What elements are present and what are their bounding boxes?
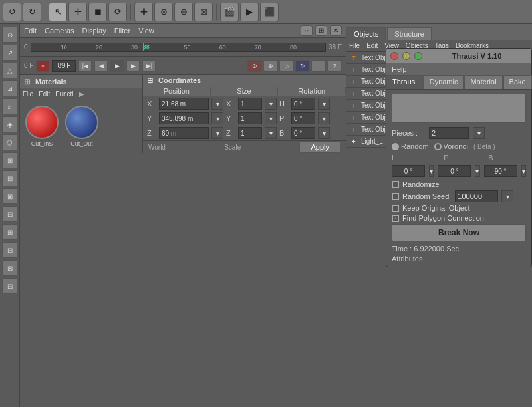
radio-voronoi[interactable]: Voronoi bbox=[434, 142, 468, 150]
circle-plus-button[interactable]: ⊕ bbox=[174, 3, 193, 21]
voronoi-radio-btn[interactable] bbox=[434, 143, 442, 150]
rot-p-field[interactable] bbox=[291, 112, 315, 124]
select-button[interactable]: ↖ bbox=[49, 3, 67, 21]
radio-random[interactable]: Random bbox=[392, 142, 429, 150]
mat-menu-edit[interactable]: Edit bbox=[39, 90, 50, 98]
window-minimize-button[interactable] bbox=[402, 52, 410, 60]
pieces-stepper[interactable]: ▾ bbox=[473, 127, 485, 139]
thrausi-titlebar[interactable]: Thrausi V 1.10 bbox=[386, 49, 531, 63]
viewport-arrows-icon[interactable]: ↔ bbox=[301, 25, 313, 36]
window-maximize-button[interactable] bbox=[414, 52, 422, 60]
th-tab-dynamic[interactable]: Dynamic bbox=[424, 75, 464, 89]
left-icon-15[interactable]: ⊡ bbox=[2, 278, 18, 294]
mat-menu-functi[interactable]: Functi bbox=[55, 90, 73, 98]
record-button[interactable]: ● bbox=[36, 60, 49, 72]
random-seed-stepper[interactable]: ▾ bbox=[501, 190, 513, 202]
rotate-button[interactable]: ⟳ bbox=[108, 3, 127, 21]
left-icon-14[interactable]: ⊠ bbox=[2, 260, 18, 276]
mat-red-swatch[interactable] bbox=[25, 106, 59, 139]
viewport-menu-edit[interactable]: Edit bbox=[24, 27, 37, 35]
scale-button[interactable]: ◼ bbox=[88, 3, 107, 21]
play-button-pb[interactable]: ▶ bbox=[110, 60, 124, 72]
left-icon-10[interactable]: ⊠ bbox=[2, 188, 18, 204]
pieces-field[interactable] bbox=[429, 127, 469, 139]
th-tab-material[interactable]: Material bbox=[464, 75, 502, 89]
left-icon-12[interactable]: ⊞ bbox=[2, 224, 18, 240]
viewport-menu-display[interactable]: Display bbox=[82, 27, 106, 35]
rot-h-stepper[interactable]: ▾ bbox=[318, 98, 330, 110]
mat-menu-file[interactable]: File bbox=[23, 90, 33, 98]
viewport-menu-cameras[interactable]: Cameras bbox=[45, 27, 74, 35]
b-value-field[interactable] bbox=[484, 165, 517, 177]
current-frame-input[interactable] bbox=[52, 60, 76, 72]
tab-objects[interactable]: Objects bbox=[346, 27, 386, 40]
th-tab-bake[interactable]: Bake bbox=[503, 75, 532, 89]
viewport-close-icon[interactable]: ✕ bbox=[330, 25, 342, 36]
left-icon-2[interactable]: ↗ bbox=[2, 45, 18, 61]
pos-z-stepper[interactable]: ▾ bbox=[211, 127, 223, 139]
left-icon-9[interactable]: ⊟ bbox=[2, 170, 18, 186]
b-stepper[interactable]: ▾ bbox=[521, 165, 526, 177]
p-stepper[interactable]: ▾ bbox=[475, 165, 479, 177]
h-stepper[interactable]: ▾ bbox=[429, 165, 434, 177]
size-x-field[interactable] bbox=[238, 98, 262, 110]
add-button[interactable]: ✚ bbox=[134, 3, 153, 21]
th-tab-thrausi[interactable]: Thrausi bbox=[386, 75, 423, 89]
left-icon-4[interactable]: ⊿ bbox=[2, 80, 18, 96]
anim-opts-icon[interactable]: ⋮ bbox=[311, 60, 326, 72]
rot-p-stepper[interactable]: ▾ bbox=[318, 112, 330, 124]
left-icon-1[interactable]: ⊙ bbox=[2, 27, 18, 43]
rot-h-field[interactable] bbox=[291, 98, 315, 110]
obj-menu-edit[interactable]: Edit bbox=[366, 42, 378, 49]
left-icon-5[interactable]: ⌂ bbox=[2, 98, 18, 114]
mat-menu-arrow[interactable]: ▶ bbox=[79, 90, 84, 98]
render-button[interactable]: 🎬 bbox=[220, 3, 239, 21]
left-icon-13[interactable]: ⊟ bbox=[2, 242, 18, 258]
rot-b-stepper[interactable]: ▾ bbox=[318, 127, 330, 139]
window-close-button[interactable] bbox=[390, 52, 398, 60]
left-icon-3[interactable]: △ bbox=[2, 63, 18, 78]
left-icon-11[interactable]: ⊡ bbox=[2, 206, 18, 222]
prev-frame-button[interactable]: ◀ bbox=[94, 60, 108, 72]
undo-button[interactable]: ↺ bbox=[3, 3, 21, 21]
jump-end-button[interactable]: ▶| bbox=[142, 60, 156, 72]
viewport-menu-filter[interactable]: Filter bbox=[114, 27, 130, 35]
size-x-stepper[interactable]: ▾ bbox=[265, 98, 277, 110]
anim-loop-icon[interactable]: ↻ bbox=[295, 60, 310, 72]
keep-original-checkbox[interactable] bbox=[392, 205, 399, 212]
find-polygon-checkbox[interactable]: ✓ bbox=[392, 215, 399, 222]
timeline-ruler[interactable]: 10 20 30 38 50 60 70 80 bbox=[31, 43, 326, 52]
random-radio-btn[interactable] bbox=[392, 143, 399, 150]
pos-x-field[interactable] bbox=[159, 98, 209, 110]
mat-cut-ins[interactable]: Cut_InS bbox=[25, 106, 59, 147]
rot-b-field[interactable] bbox=[291, 127, 315, 139]
pos-x-stepper[interactable]: ▾ bbox=[211, 98, 223, 110]
viewport-menu-view[interactable]: View bbox=[138, 27, 154, 35]
redo-button[interactable]: ↻ bbox=[23, 3, 41, 21]
size-z-stepper[interactable]: ▾ bbox=[265, 127, 277, 139]
size-y-stepper[interactable]: ▾ bbox=[265, 112, 277, 124]
randomize-checkbox[interactable] bbox=[392, 181, 399, 188]
left-icon-6[interactable]: ◈ bbox=[2, 116, 18, 132]
h-value-field[interactable] bbox=[392, 165, 425, 177]
pos-z-field[interactable] bbox=[159, 127, 209, 139]
random-seed-checkbox[interactable] bbox=[392, 193, 399, 200]
size-z-field[interactable] bbox=[238, 127, 262, 139]
apply-button[interactable]: Apply bbox=[299, 141, 340, 153]
move-button[interactable]: ✛ bbox=[68, 3, 87, 21]
left-icon-8[interactable]: ⊞ bbox=[2, 152, 18, 168]
random-seed-field[interactable] bbox=[455, 190, 498, 202]
anim-help-icon[interactable]: ? bbox=[327, 60, 342, 72]
pos-y-field[interactable] bbox=[159, 112, 209, 124]
mat-blue-swatch[interactable] bbox=[65, 106, 98, 139]
next-frame-button[interactable]: ▶ bbox=[126, 60, 140, 72]
render2-button[interactable]: ⬛ bbox=[260, 3, 279, 21]
break-now-button[interactable]: Break Now bbox=[392, 224, 526, 241]
viewport-expand-icon[interactable]: ⊞ bbox=[315, 25, 327, 36]
jump-start-button[interactable]: |◀ bbox=[78, 60, 92, 72]
play-button[interactable]: ▶ bbox=[240, 3, 259, 21]
anim-rec-icon[interactable]: ⊙ bbox=[247, 60, 262, 72]
anim-play2-icon[interactable]: ▷ bbox=[279, 60, 294, 72]
p-value-field[interactable] bbox=[438, 165, 471, 177]
pos-y-stepper[interactable]: ▾ bbox=[211, 112, 223, 124]
